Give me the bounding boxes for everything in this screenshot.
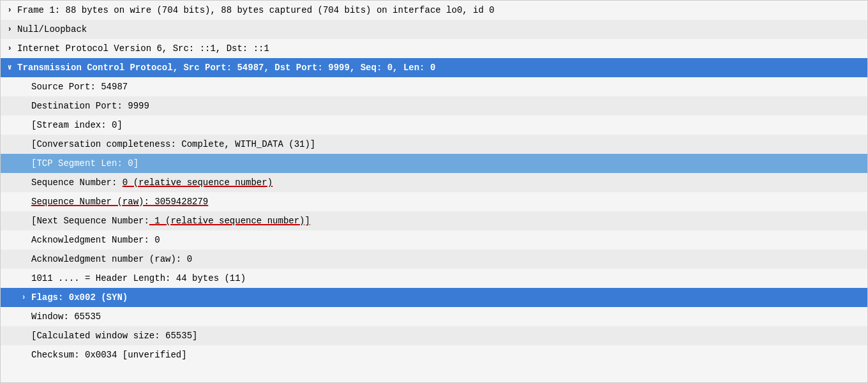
tree-row-frame[interactable]: ›Frame 1: 88 bytes on wire (704 bits), 8… — [1, 1, 867, 20]
expand-icon-header-len — [19, 273, 29, 283]
tree-row-ipv6[interactable]: ›Internet Protocol Version 6, Src: ::1, … — [1, 39, 867, 58]
row-text-conv-completeness: [Conversation completeness: Complete, WI… — [31, 136, 864, 153]
row-text-header-len: 1011 .... = Header Length: 44 bytes (11) — [31, 270, 864, 287]
tree-row-nullloopback[interactable]: ›Null/Loopback — [1, 20, 867, 39]
underline-text-seq-num-raw: Sequence Number (raw): 3059428279 — [31, 197, 208, 207]
expand-icon-next-seq-num — [19, 216, 29, 226]
row-text-next-seq-num: [Next Sequence Number: 1 (relative seque… — [31, 213, 864, 229]
tree-row-ack-num-raw: Acknowledgment number (raw): 0 — [1, 250, 867, 269]
expand-icon-ack-num-raw — [19, 254, 29, 264]
expand-icon-checksum — [19, 350, 29, 360]
tree-row-ack-num: Acknowledgment Number: 0 — [1, 230, 867, 250]
tree-row-src-port: Source Port: 54987 — [1, 77, 867, 96]
row-text-tcp: Transmission Control Protocol, Src Port:… — [17, 59, 864, 76]
tree-row-flags[interactable]: ›Flags: 0x002 (SYN) — [1, 288, 867, 307]
row-text-frame: Frame 1: 88 bytes on wire (704 bits), 88… — [17, 2, 864, 19]
row-text-src-port: Source Port: 54987 — [31, 79, 864, 95]
row-text-ack-num: Acknowledgment Number: 0 — [31, 232, 864, 248]
expand-icon-nullloopback[interactable]: › — [4, 24, 15, 34]
tree-row-seq-num: Sequence Number: 0 (relative sequence nu… — [1, 173, 867, 192]
expand-icon-seq-num-raw — [19, 197, 29, 207]
row-text-flags: Flags: 0x002 (SYN) — [31, 289, 864, 306]
row-text-window: Window: 65535 — [31, 308, 864, 325]
expand-icon-seq-num — [19, 177, 29, 188]
row-text-tcp-seg-len: [TCP Segment Len: 0] — [31, 155, 864, 172]
row-text-stream-index: [Stream index: 0] — [31, 117, 864, 133]
row-text-seq-num-raw: Sequence Number (raw): 3059428279 — [31, 193, 864, 210]
packet-tree: ›Frame 1: 88 bytes on wire (704 bits), 8… — [0, 0, 868, 383]
expand-icon-dst-port — [19, 101, 29, 111]
tree-row-stream-index: [Stream index: 0] — [1, 116, 867, 135]
expand-icon-window — [19, 312, 29, 322]
row-text-dst-port: Destination Port: 9999 — [31, 98, 864, 114]
expand-icon-conv-completeness — [19, 139, 29, 149]
row-text-checksum: Checksum: 0x0034 [unverified] — [31, 347, 864, 363]
expand-icon-ack-num — [19, 235, 29, 245]
row-text-ack-num-raw: Acknowledgment number (raw): 0 — [31, 251, 864, 267]
expand-icon-src-port — [19, 82, 29, 92]
tree-row-next-seq-num: [Next Sequence Number: 1 (relative seque… — [1, 211, 867, 230]
underline-text-next-seq-num: 1 (relative sequence number)] — [149, 216, 310, 226]
tree-row-header-len: 1011 .... = Header Length: 44 bytes (11) — [1, 269, 867, 288]
row-text-calc-window: [Calculated window size: 65535] — [31, 327, 864, 344]
expand-icon-flags[interactable]: › — [19, 292, 29, 303]
tree-row-tcp[interactable]: ∨Transmission Control Protocol, Src Port… — [1, 58, 867, 77]
underline-text-seq-num: 0 (relative sequence number) — [123, 177, 273, 188]
expand-icon-frame[interactable]: › — [4, 5, 15, 15]
tree-row-seq-num-raw: Sequence Number (raw): 3059428279 — [1, 192, 867, 211]
tree-row-conv-completeness: [Conversation completeness: Complete, WI… — [1, 135, 867, 154]
expand-icon-stream-index — [19, 120, 29, 130]
tree-row-calc-window: [Calculated window size: 65535] — [1, 326, 867, 345]
expand-icon-tcp[interactable]: ∨ — [4, 63, 15, 73]
tree-row-dst-port: Destination Port: 9999 — [1, 96, 867, 116]
expand-icon-calc-window — [19, 331, 29, 341]
tree-row-tcp-seg-len: [TCP Segment Len: 0] — [1, 154, 867, 173]
row-text-ipv6: Internet Protocol Version 6, Src: ::1, D… — [17, 40, 864, 57]
row-text-seq-num: Sequence Number: 0 (relative sequence nu… — [31, 174, 864, 191]
tree-row-window: Window: 65535 — [1, 307, 867, 326]
expand-icon-tcp-seg-len — [19, 158, 29, 169]
tree-row-checksum: Checksum: 0x0034 [unverified] — [1, 345, 867, 364]
row-text-nullloopback: Null/Loopback — [17, 21, 864, 38]
expand-icon-ipv6[interactable]: › — [4, 43, 15, 54]
